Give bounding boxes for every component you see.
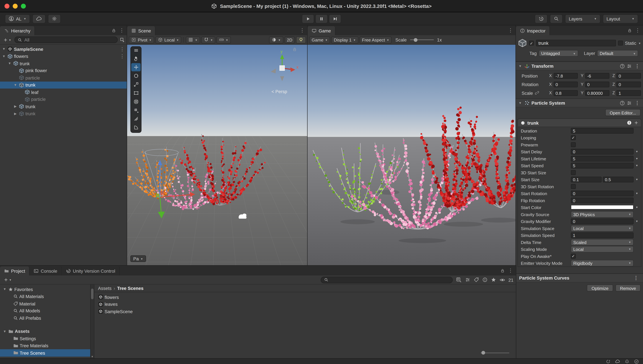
add-asset-button[interactable]: ▼ [3, 276, 13, 284]
angle-tool[interactable] [131, 124, 141, 132]
value-field[interactable]: 0 [571, 190, 634, 196]
scale-x-field[interactable]: 0.8 [553, 90, 578, 96]
open-editor-button[interactable]: Open Editor... [605, 109, 640, 116]
kebab-icon[interactable]: ⋮ [120, 46, 125, 52]
hierarchy-item-particle[interactable]: particle [0, 96, 127, 103]
help-icon[interactable] [620, 63, 625, 69]
tab-console[interactable]: Console [30, 266, 62, 276]
grid-visibility-dropdown[interactable]: ▼ [186, 36, 200, 43]
gameobject-icon[interactable] [518, 38, 527, 48]
transform-component-header[interactable]: ▼ Transform ⋮ [516, 62, 643, 70]
favorite-material[interactable]: Material [0, 300, 94, 307]
toggle-2d-button[interactable]: 2D [284, 36, 295, 43]
checkbox[interactable] [571, 142, 576, 147]
game-viewport[interactable] [308, 45, 516, 266]
remove-button[interactable]: Remove [615, 284, 640, 292]
tab-unity-version-control[interactable]: Unity Version Control [62, 266, 120, 276]
project-search-input[interactable] [321, 276, 453, 283]
help-icon[interactable] [620, 100, 625, 106]
active-checkbox[interactable] [529, 41, 534, 46]
scale-z-field[interactable]: 1 [616, 90, 641, 96]
value-field[interactable]: 5 [571, 128, 634, 134]
shading-mode-dropdown[interactable]: ▼ [269, 36, 283, 43]
tab-scene[interactable]: Scene [127, 26, 156, 35]
layout-dropdown[interactable]: Layout▼ [603, 14, 638, 23]
step-button[interactable] [329, 14, 341, 23]
checkbox[interactable] [571, 170, 576, 175]
curves-section-header[interactable]: Particle System Curves ⋮ [516, 274, 643, 282]
hierarchy-item-trunk[interactable]: ▼trunk [0, 60, 127, 67]
object-name-field[interactable]: trunk [536, 40, 616, 46]
layers-dropdown[interactable]: Layers▼ [565, 14, 600, 23]
value-field[interactable]: 1 [571, 232, 634, 238]
kebab-icon[interactable]: ⋮ [634, 100, 641, 106]
hierarchy-item-samplescene[interactable]: ▼SampleScene⋮ [0, 46, 127, 53]
dropdown[interactable]: Local▼ [571, 246, 634, 252]
favorites-header[interactable]: ▼Favorites [0, 286, 94, 293]
chevron-down-icon[interactable]: ▼ [635, 157, 639, 160]
aspect-dropdown[interactable]: Free Aspect▼ [360, 36, 392, 43]
notifications-icon[interactable] [625, 359, 629, 364]
tab-hierarchy[interactable]: Hierarchy [0, 26, 35, 35]
cloud-button[interactable] [32, 14, 46, 23]
increment-snap-dropdown[interactable]: ▼ [217, 36, 231, 43]
checkbox[interactable] [571, 254, 576, 258]
hierarchy-item-flowers[interactable]: ▼flowers⋮ [0, 53, 127, 60]
chevron-down-icon[interactable]: ▼ [635, 150, 639, 153]
value-field[interactable]: 5 [571, 156, 634, 161]
folder-settings[interactable]: Settings [0, 335, 94, 342]
favorite-all-models[interactable]: All Models [0, 307, 94, 314]
presets-icon[interactable] [626, 100, 632, 106]
value-field[interactable]: 5 [571, 162, 634, 168]
alert-icon[interactable] [626, 120, 632, 126]
scale-slider[interactable] [410, 39, 434, 40]
maximize-button[interactable] [21, 4, 26, 8]
picker-icon[interactable] [120, 37, 125, 42]
assets-header[interactable]: ▼Assets [0, 328, 94, 335]
checkbox[interactable] [571, 184, 576, 189]
grid-snap-tool[interactable] [131, 106, 141, 114]
optimize-button[interactable]: Optimize [587, 284, 613, 292]
kebab-icon[interactable]: ⋮ [632, 275, 640, 281]
foldout-arrow[interactable]: ▶ [13, 104, 18, 108]
account-button[interactable]: AL▼ [5, 14, 30, 23]
chevron-down-icon[interactable]: ▼ [635, 178, 639, 181]
breadcrumb-current[interactable]: Tree Scenes [117, 286, 144, 291]
hidden-count-icon[interactable] [499, 277, 505, 283]
link-icon[interactable] [534, 91, 539, 95]
minimize-button[interactable] [13, 4, 18, 8]
foldout-arrow[interactable]: ▼ [2, 54, 6, 58]
tag-dropdown[interactable]: Untagged▼ [539, 50, 578, 56]
value-field[interactable]: 0.1 [571, 176, 602, 182]
increment-snap-tool[interactable] [131, 115, 141, 123]
foldout-arrow[interactable]: ▶ [13, 112, 18, 116]
checkbox[interactable] [571, 135, 576, 140]
folder-tree-scenes[interactable]: Tree Scenes [0, 349, 94, 356]
handle-orientation-dropdown[interactable]: Local▼ [155, 36, 181, 43]
chevron-down-icon[interactable]: ▼ [635, 206, 639, 209]
foldout-arrow[interactable]: ▼ [8, 62, 12, 66]
undo-history-button[interactable] [535, 14, 547, 23]
dropdown[interactable]: Rigidbody▼ [571, 260, 634, 266]
filter-type-icon[interactable] [465, 277, 470, 282]
position-x-field[interactable]: -7.8 [553, 73, 578, 78]
services-button[interactable] [48, 14, 61, 23]
rotation-z-field[interactable]: 0 [616, 81, 641, 87]
tab-project[interactable]: Project [0, 266, 30, 276]
tab-game[interactable]: Game [308, 26, 335, 35]
hierarchy-item-trunk[interactable]: ▼trunk [0, 81, 127, 88]
kebab-icon[interactable]: ⋮ [299, 28, 306, 33]
create-object-button[interactable]: ▼ [2, 36, 13, 44]
rotation-x-field[interactable]: 0 [553, 81, 578, 87]
status-ok-icon[interactable] [634, 359, 639, 364]
value-field[interactable]: 0 [571, 198, 634, 203]
game-mode-dropdown[interactable]: Game▼ [309, 36, 330, 43]
foldout-arrow[interactable]: ▼ [2, 47, 6, 51]
hierarchy-item-trunk[interactable]: ▶trunk [0, 103, 127, 110]
value-field-2[interactable]: 0.5 [603, 176, 634, 182]
asset-samplescene[interactable]: SampleScene [94, 308, 516, 315]
kebab-icon[interactable]: ⋮ [634, 63, 641, 69]
rotate-tool[interactable] [131, 72, 141, 80]
kebab-icon[interactable]: ⋮ [507, 268, 514, 274]
hierarchy-item-pink-flower[interactable]: pink flower [0, 67, 127, 74]
